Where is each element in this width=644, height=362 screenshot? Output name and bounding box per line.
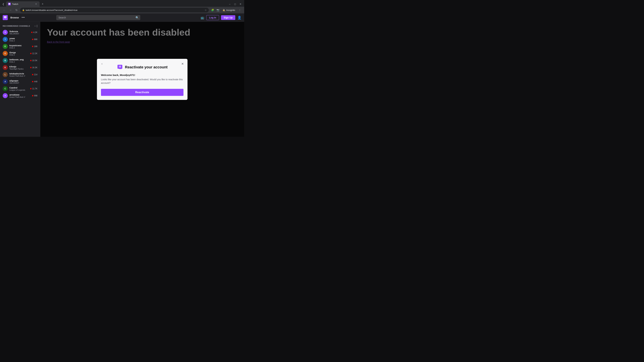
browser-chrome: ❮ Twitch ✕ + – ◻ ✕ ← → ↻ 🔒 twitch.tv/use… xyxy=(0,0,244,13)
url-text: twitch.tv/user/disable-account?account_d… xyxy=(26,9,78,11)
channel-info: kuyanicwxc Dota 2 xyxy=(10,44,30,49)
channel-info: Caedrel League of Legends xyxy=(10,86,28,91)
notifications-icon[interactable]: 📺 xyxy=(200,16,204,19)
forward-button[interactable]: → xyxy=(8,8,13,12)
channel-item[interactable]: A arnskieee Grand Theft Auto V 998 xyxy=(1,92,39,99)
channel-name: Subroza xyxy=(10,30,30,33)
browse-button[interactable]: Browse xyxy=(10,16,19,19)
search-container: 🔍 xyxy=(56,15,140,20)
channel-game: League of Legends xyxy=(10,89,28,91)
channel-game: Dota 2 xyxy=(10,61,28,63)
incognito-icon: 🕵 xyxy=(222,9,225,11)
channel-game: Dota 2 xyxy=(10,54,28,56)
tab-bar: ❮ Twitch ✕ + – ◻ ✕ xyxy=(0,0,244,7)
channel-item[interactable]: C Caedrel League of Legends 11.7K xyxy=(1,85,39,92)
modal-back-button[interactable]: ‹ xyxy=(100,61,104,66)
reload-button[interactable]: ↻ xyxy=(14,8,19,12)
channel-info: betboom_eng Dota 2 xyxy=(10,58,28,63)
new-tab-button[interactable]: + xyxy=(40,2,45,6)
ssl-lock-icon: 🔒 xyxy=(22,9,25,11)
channel-info: arnskieee Grand Theft Auto V xyxy=(10,93,30,98)
channel-name: yowe xyxy=(10,37,30,40)
channel-item[interactable]: B betboom_eng Dota 2 10.5K xyxy=(1,57,39,64)
bookmark-icon[interactable]: ☆ xyxy=(204,9,207,11)
tab-nav-arrow[interactable]: ❮ xyxy=(1,2,5,6)
viewer-count: 866 xyxy=(34,38,38,40)
channel-game: VALORANT xyxy=(10,33,30,35)
channel-avatar: A xyxy=(3,79,8,84)
search-input[interactable] xyxy=(56,15,140,20)
viewer-count: 12.2K xyxy=(32,52,38,55)
channel-info: k3soju Teamfight Tactics xyxy=(10,65,28,70)
live-dot xyxy=(31,32,32,33)
sidebar-collapse-button[interactable]: ←| xyxy=(34,24,38,27)
tab-close-button[interactable]: ✕ xyxy=(34,2,38,5)
channel-viewers: 16.3K xyxy=(30,66,38,69)
channel-viewers: 866 xyxy=(32,38,38,40)
channel-game: Teamfight Tactics xyxy=(10,68,28,70)
tab-favicon xyxy=(8,3,11,5)
reactivate-button[interactable]: Reactivate xyxy=(101,89,184,96)
channel-avatar: K xyxy=(3,65,8,70)
channel-viewers: 10.5K xyxy=(30,59,38,62)
channel-game: Grand Theft Auto V xyxy=(10,96,30,98)
header-right: 📺 Log In Sign Up 👤 xyxy=(200,15,242,20)
channel-avatar: L xyxy=(3,72,8,77)
login-button[interactable]: Log In xyxy=(206,15,219,20)
viewer-count: 4.2K xyxy=(33,31,38,33)
channel-item[interactable]: K k3soju Teamfight Tactics 16.3K xyxy=(1,64,39,71)
twitch-app: Browse ••• 🔍 📺 Log In Sign Up 👤 RECOMMEN… xyxy=(0,13,244,137)
channel-avatar: A xyxy=(3,93,8,98)
screenshot-icon[interactable]: 📷 xyxy=(216,8,220,12)
channel-viewers: 214 xyxy=(32,73,38,76)
channel-viewers: 11.7K xyxy=(30,87,38,90)
minimize-button[interactable]: – xyxy=(228,2,232,6)
channel-name: a2guapo xyxy=(10,79,30,82)
live-dot xyxy=(32,81,33,82)
live-dot xyxy=(32,39,33,40)
channel-avatar: B xyxy=(3,58,8,63)
channel-info: lolobadscircle Grand Theft Auto V xyxy=(10,72,30,77)
incognito-label: Incognito xyxy=(226,9,235,11)
channel-game: Dota 2 xyxy=(10,40,30,42)
search-icon: 🔍 xyxy=(136,16,139,19)
signup-button[interactable]: Sign Up xyxy=(221,15,235,20)
channel-item[interactable]: G Gorge Dota 2 12.2K xyxy=(1,50,39,57)
user-icon[interactable]: 👤 xyxy=(237,15,242,19)
channel-info: Gorge Dota 2 xyxy=(10,51,28,56)
main-content: Your account has been disabled Back to t… xyxy=(40,22,244,137)
channel-item[interactable]: K kuyanicwxc Dota 2 166 xyxy=(1,43,39,50)
channel-avatar: S xyxy=(3,30,8,35)
channel-info: yowe Dota 2 xyxy=(10,37,30,42)
browser-tab[interactable]: Twitch ✕ xyxy=(6,1,40,7)
back-button[interactable]: ← xyxy=(2,8,7,12)
channel-name: k3soju xyxy=(10,65,28,68)
extensions-button[interactable]: 🧩 xyxy=(210,8,215,12)
address-bar[interactable]: 🔒 twitch.tv/user/disable-account?account… xyxy=(20,8,209,12)
channel-game: Dota 2 xyxy=(10,47,30,49)
channel-item[interactable]: L lolobadscircle Grand Theft Auto V 214 xyxy=(1,71,39,78)
sidebar: RECOMMENDED CHANNELS ←| S Subroza VALORA… xyxy=(0,22,40,137)
channel-name: betboom_eng xyxy=(10,58,28,61)
incognito-button[interactable]: 🕵 Incognito xyxy=(221,8,237,12)
viewer-count: 11.7K xyxy=(32,87,38,90)
viewer-count: 10.5K xyxy=(32,59,38,62)
more-options-button[interactable]: ••• xyxy=(22,16,25,19)
close-button[interactable]: ✕ xyxy=(238,2,243,6)
viewer-count: 214 xyxy=(34,73,38,76)
channel-item[interactable]: A a2guapo VALORANT 448 xyxy=(1,78,39,85)
menu-button[interactable]: ⋮ xyxy=(238,8,242,12)
channel-name: Gorge xyxy=(10,51,28,54)
restore-button[interactable]: ◻ xyxy=(233,2,238,6)
modal-description: Looks like your account has been deactiv… xyxy=(101,78,184,85)
live-dot xyxy=(30,53,32,54)
channel-item[interactable]: Y yowe Dota 2 866 xyxy=(1,36,39,43)
twitch-logo[interactable] xyxy=(3,15,8,20)
address-bar-row: ← → ↻ 🔒 twitch.tv/user/disable-account?a… xyxy=(0,7,244,13)
window-controls: – ◻ ✕ xyxy=(228,2,243,6)
live-dot xyxy=(32,46,33,47)
modal-twitch-logo xyxy=(117,64,123,70)
modal-close-button[interactable]: ✕ xyxy=(180,61,185,66)
channel-item[interactable]: S Subroza VALORANT 4.2K xyxy=(1,29,39,36)
channel-info: a2guapo VALORANT xyxy=(10,79,30,84)
